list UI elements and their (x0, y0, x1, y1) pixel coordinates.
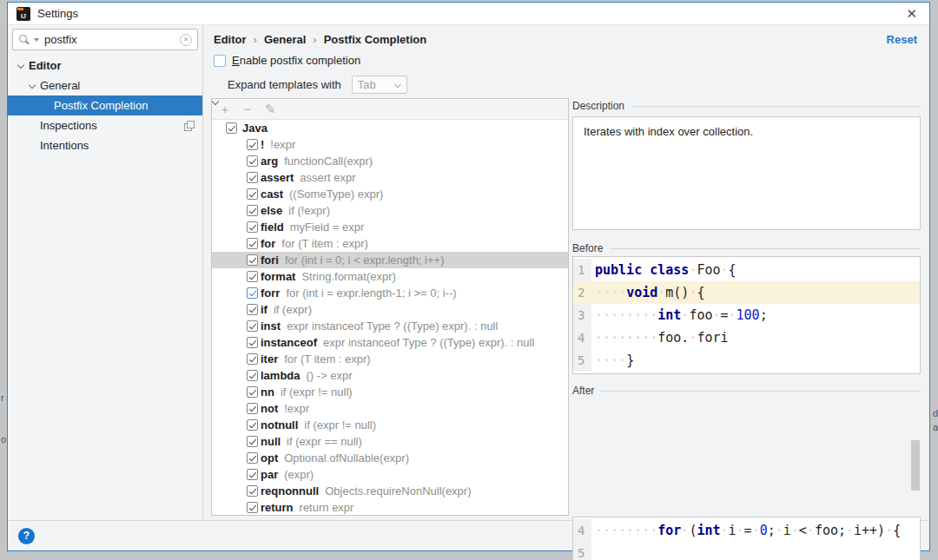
checkbox[interactable] (247, 139, 258, 150)
checkbox[interactable] (247, 403, 258, 414)
sidebar-item[interactable]: Postfix Completion (8, 96, 202, 115)
code-line: 4 ········for·(int·i·=·0;·i·<·foo;·i++)·… (573, 519, 920, 542)
template-description: () -> expr (307, 369, 353, 382)
code-token: · (885, 523, 893, 538)
template-row[interactable]: if if (expr) (212, 301, 568, 318)
breadcrumb-separator: › (254, 33, 257, 46)
checkbox[interactable] (247, 320, 258, 332)
template-row[interactable]: for for (T item : expr) (212, 235, 568, 252)
checkbox[interactable] (247, 221, 258, 233)
template-row[interactable]: null if (expr == null) (212, 433, 568, 450)
scrollbar-thumb[interactable] (911, 440, 920, 491)
remove-icon[interactable]: − (241, 103, 254, 115)
template-row[interactable]: not !expr (212, 400, 568, 417)
line-number: 4 (573, 519, 591, 542)
code-token: void (626, 285, 657, 300)
template-row[interactable]: field myField = expr (212, 219, 568, 235)
template-row[interactable]: notnull if (expr != null) (212, 417, 568, 433)
code-token: foo (689, 307, 712, 323)
template-row[interactable]: iter for (T item : expr) (212, 351, 568, 367)
code-token: · (729, 307, 737, 323)
checkbox[interactable] (247, 155, 258, 167)
checkbox[interactable] (247, 436, 258, 447)
template-group-row[interactable]: Java (212, 120, 568, 136)
template-description: for (T item : expr) (281, 237, 367, 250)
sidebar-item[interactable]: Intentions (8, 135, 202, 155)
search-value[interactable]: postfix (44, 33, 176, 46)
enable-postfix-checkbox[interactable] (214, 55, 226, 67)
template-row[interactable]: nn if (expr != null) (212, 384, 568, 400)
checkbox[interactable] (247, 502, 258, 513)
template-name: not (261, 402, 278, 415)
checkbox[interactable] (247, 172, 258, 183)
template-description: if (expr) (274, 303, 312, 316)
sidebar-item[interactable]: Editor (8, 56, 202, 76)
code-line: 2 ····void·m()·{ (573, 281, 920, 304)
add-icon[interactable]: + (219, 103, 231, 115)
template-row[interactable]: return return expr (212, 499, 568, 515)
chevron-down-icon[interactable] (17, 63, 24, 69)
settings-dialog: Settings ✕ postfix ✕ Editor (7, 2, 930, 551)
code-token: } (626, 352, 634, 368)
clear-search-icon[interactable]: ✕ (180, 34, 192, 46)
checkbox[interactable] (247, 370, 258, 381)
template-row[interactable]: inst expr instanceof Type ? ((Type) expr… (212, 318, 568, 334)
template-row[interactable]: cast ((SomeType) expr) (212, 186, 568, 202)
code-token: m() (665, 285, 689, 300)
breadcrumb-item: Editor (214, 33, 247, 46)
checkbox[interactable] (247, 452, 258, 464)
checkbox[interactable] (226, 122, 237, 134)
template-name: return (261, 501, 294, 514)
template-row[interactable]: format String.format(expr) (212, 268, 568, 285)
edit-icon[interactable]: ✎ (264, 103, 276, 115)
checkbox[interactable] (247, 238, 258, 249)
checkbox[interactable] (247, 419, 258, 431)
chevron-down-icon[interactable] (29, 82, 36, 89)
template-row[interactable]: lambda () -> expr (212, 367, 568, 384)
template-row[interactable]: else if (!expr) (212, 202, 568, 219)
line-number: 2 (573, 281, 591, 304)
code-token: ; (760, 307, 768, 323)
chevron-down-icon (394, 82, 401, 89)
checkbox[interactable] (247, 254, 258, 266)
checkbox[interactable] (247, 353, 258, 365)
code-token: · (712, 307, 720, 323)
code-token: · (752, 523, 760, 538)
checkbox[interactable] (247, 304, 258, 315)
template-row[interactable]: instanceof expr instanceof Type ? ((Type… (212, 334, 568, 351)
checkbox[interactable] (247, 205, 258, 216)
close-icon[interactable]: ✕ (902, 6, 921, 22)
expand-templates-select[interactable]: Tab (352, 76, 407, 94)
inspections-badge-icon (184, 121, 194, 130)
enable-postfix-label[interactable]: Enable postfix completion (232, 54, 360, 67)
template-row[interactable]: fori for (int i = 0; i < expr.length; i+… (212, 252, 568, 268)
search-history-chevron-icon[interactable] (34, 38, 39, 42)
code-token: ···· (595, 352, 626, 368)
template-description: for (int i = expr.length-1; i >= 0; i--) (286, 287, 456, 300)
checkbox[interactable] (247, 337, 258, 348)
after-separator: After (572, 385, 921, 397)
help-button[interactable]: ? (18, 528, 35, 544)
template-row[interactable]: par (expr) (212, 466, 568, 483)
search-input[interactable]: postfix ✕ (12, 29, 198, 50)
template-row[interactable]: opt Optional.ofNullable(expr) (212, 450, 568, 466)
code-token: = (744, 523, 752, 538)
template-row[interactable]: assert assert expr (212, 169, 568, 186)
template-row[interactable]: arg functionCall(expr) (212, 153, 568, 169)
code-token: · (657, 285, 665, 300)
template-row[interactable]: ! !expr (212, 136, 568, 153)
template-description: if (!expr) (288, 204, 330, 217)
checkbox[interactable] (247, 271, 258, 282)
checkbox[interactable] (247, 287, 258, 299)
checkbox[interactable] (247, 188, 258, 200)
template-row[interactable]: forr for (int i = expr.length-1; i >= 0;… (212, 285, 568, 301)
template-name: instanceof (261, 336, 317, 349)
reset-link[interactable]: Reset (887, 33, 917, 46)
checkbox[interactable] (247, 469, 258, 480)
code-line: 4 ········foo.·fori (573, 326, 920, 349)
template-row[interactable]: reqnonnull Objects.requireNonNull(expr) (212, 483, 568, 499)
sidebar-item[interactable]: General (8, 76, 202, 96)
sidebar-item[interactable]: Inspections (8, 115, 202, 135)
checkbox[interactable] (247, 386, 258, 398)
checkbox[interactable] (247, 485, 258, 497)
